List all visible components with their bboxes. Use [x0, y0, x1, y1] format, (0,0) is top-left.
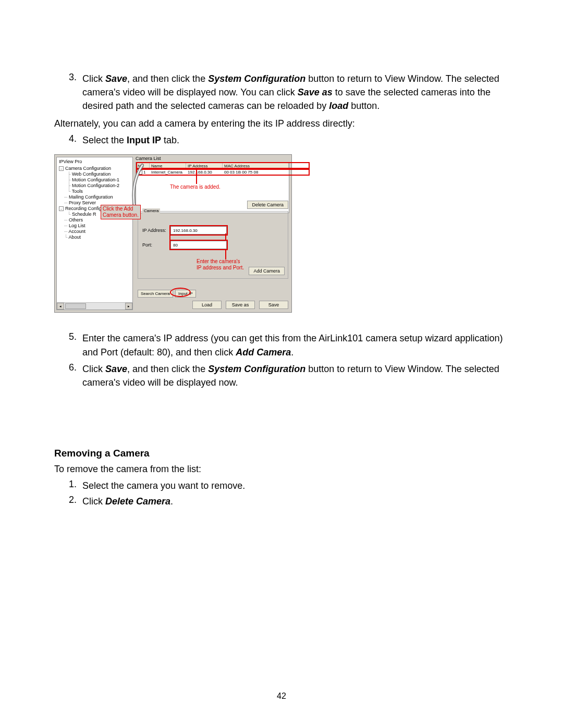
right-pane: Camera List No. Name IP Address MAC Addr… [134, 155, 291, 312]
tree-motion-2[interactable]: Motion Configuration-2 [72, 183, 119, 188]
add-camera-button[interactable]: Add Camera [249, 267, 285, 275]
annotation-line [169, 233, 170, 241]
save-button[interactable]: Save [259, 301, 288, 309]
annotation-line [225, 249, 226, 260]
alt-text: Alternately, you can add a camera by ent… [54, 117, 509, 130]
tree-proxy[interactable]: Proxy Server [69, 200, 96, 205]
remove-step-1: 1. Select the camera you want to remove. [69, 479, 509, 492]
ip-label: IP Address: [142, 228, 169, 233]
tree-tools[interactable]: Tools [72, 189, 83, 194]
tree-camera-config[interactable]: Camera Configuration [65, 166, 111, 171]
annotation-enter-ip: Enter the camera's IP address and Port. [197, 258, 244, 271]
bottom-buttons: Load Save as Save [192, 301, 288, 309]
tree-motion-1[interactable]: Motion Configuration-1 [72, 177, 119, 182]
remove-intro: To remove the camera from the list: [54, 462, 509, 476]
tab-search-camera[interactable]: Search Camera [138, 290, 173, 298]
scroll-left-icon[interactable]: ◂ [57, 303, 64, 310]
remove-step-2: 2. Click Delete Camera. [69, 495, 509, 508]
save-as-button[interactable]: Save as [226, 301, 255, 309]
step-6-text: Click Save, and then click the System Co… [82, 362, 509, 389]
ip-input[interactable] [170, 226, 227, 235]
tree-toggle-rec[interactable]: - [59, 206, 64, 211]
tree-pane: IPView Pro -Camera Configuration ├ Web C… [56, 157, 133, 310]
checkbox-icon[interactable] [138, 170, 142, 175]
annotation-line [196, 169, 197, 184]
step-3: 3. Click Save, and then click the System… [69, 72, 509, 113]
annotation-line [225, 233, 226, 241]
port-label: Port: [142, 242, 169, 248]
annotation-row-outline [136, 169, 310, 176]
tree-web-config[interactable]: Web Configuration [72, 171, 111, 177]
port-input[interactable] [170, 241, 227, 249]
step-6: 6. Click Save, and then click the System… [69, 362, 509, 389]
camera-list-label: Camera List [136, 156, 289, 161]
annotation-camera-added: The camera is added. [170, 184, 221, 190]
tree-mailing[interactable]: Mailing Configuration [69, 194, 113, 200]
annotation-ip-outline [169, 225, 228, 236]
tree-others[interactable]: Others [69, 217, 83, 223]
heading-removing-camera: Removing a Camera [54, 448, 509, 459]
tree-loglist[interactable]: Log List [69, 223, 85, 228]
scroll-right-icon[interactable]: ▸ [125, 303, 132, 310]
tree-account[interactable]: Account [68, 229, 85, 234]
add-camera-group-label: Camera [142, 208, 160, 213]
scroll-thumb[interactable] [65, 303, 86, 309]
step-3-text: Click Save, and then click the System Co… [82, 72, 509, 113]
app-title: IPView Pro [57, 157, 132, 166]
tree-hscroll[interactable]: ◂ ▸ [57, 302, 132, 310]
tree-schedule[interactable]: Schedule R [72, 212, 96, 217]
step-5: 5. Enter the camera's IP address (you ca… [69, 331, 509, 359]
tree-toggle[interactable]: - [59, 166, 64, 171]
app-window: IPView Pro -Camera Configuration ├ Web C… [54, 154, 292, 313]
load-button[interactable]: Load [192, 301, 222, 309]
add-camera-group: Camera IP Address: Port: [138, 211, 288, 279]
annotation-header-outline [136, 162, 310, 169]
tree-about[interactable]: About [68, 235, 81, 240]
annotation-click-add: Click the Add Camera button. [101, 205, 141, 219]
step-4-text: Select the Input IP tab. [82, 133, 509, 147]
step-5-text: Enter the camera's IP address (you can g… [82, 331, 509, 359]
tab-row: Search Camera Input IP [138, 290, 196, 298]
delete-camera-button[interactable]: Delete Camera [247, 201, 288, 209]
page-number: 42 [0, 692, 563, 701]
step-4: 4. Select the Input IP tab. [69, 133, 509, 147]
annotation-port-outline [169, 240, 228, 250]
